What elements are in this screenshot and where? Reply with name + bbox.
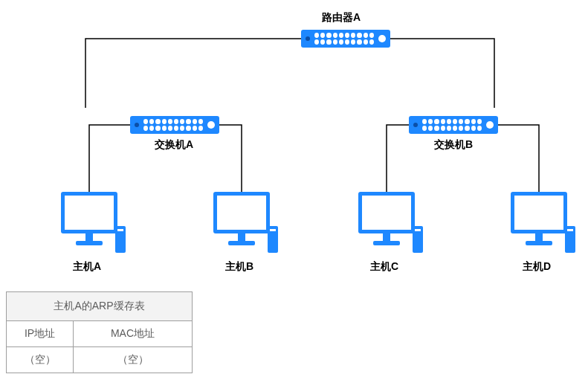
arp-cache-table: 主机A的ARP缓存表 IP地址 MAC地址 （空） （空） bbox=[6, 291, 193, 373]
arp-table-title: 主机A的ARP缓存表 bbox=[7, 292, 193, 321]
host-d-label: 主机D bbox=[523, 260, 551, 274]
switch-a-icon bbox=[130, 116, 219, 134]
host-d-icon bbox=[505, 192, 572, 259]
arp-cell-ip-empty: （空） bbox=[7, 347, 74, 373]
host-a-icon bbox=[56, 192, 123, 259]
host-c-label: 主机C bbox=[370, 260, 398, 274]
host-a-label: 主机A bbox=[73, 260, 101, 274]
arp-col-ip-header: IP地址 bbox=[7, 321, 74, 347]
arp-col-mac-header: MAC地址 bbox=[74, 321, 193, 347]
host-b-icon bbox=[208, 192, 275, 259]
switch-b-icon bbox=[409, 116, 498, 134]
host-c-icon bbox=[353, 192, 420, 259]
host-b-label: 主机B bbox=[225, 260, 253, 274]
switch-a-label: 交换机A bbox=[155, 138, 193, 152]
arp-cell-mac-empty: （空） bbox=[74, 347, 193, 373]
switch-b-label: 交换机B bbox=[434, 138, 473, 152]
router-a-label: 路由器A bbox=[322, 11, 361, 25]
router-a-icon bbox=[301, 30, 390, 48]
